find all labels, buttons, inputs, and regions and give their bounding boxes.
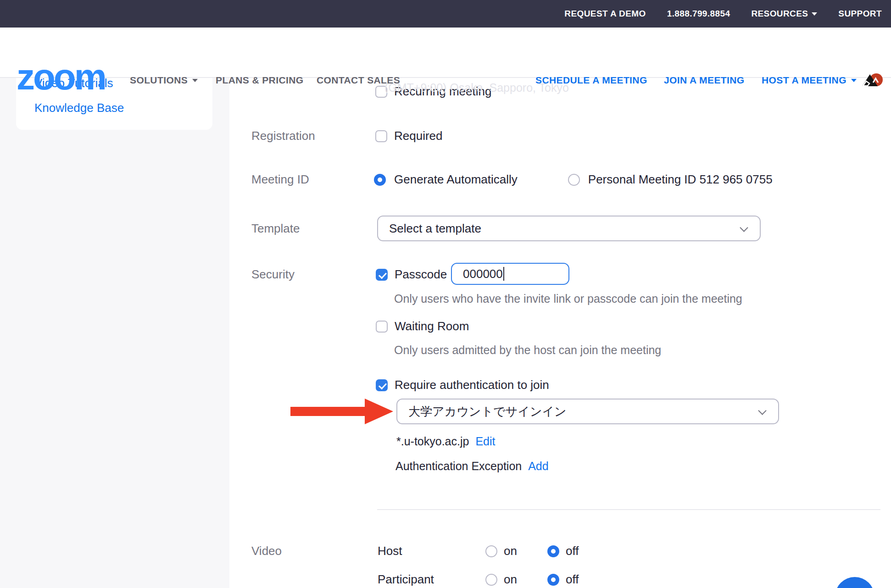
plans-pricing-label: PLANS & PRICING bbox=[216, 75, 304, 86]
profile-avatar[interactable] bbox=[861, 72, 883, 88]
registration-section-label: Registration bbox=[251, 129, 315, 143]
passcode-help-text: Only users who have the invite link or p… bbox=[394, 292, 742, 305]
template-select-value: Select a template bbox=[389, 222, 481, 236]
require-auth-label: Require authentication to join bbox=[395, 378, 549, 392]
video-host-radios: on off bbox=[485, 544, 579, 558]
mountain-logo-icon bbox=[861, 72, 883, 88]
video-participant-label: Participant bbox=[378, 572, 434, 587]
request-demo-link[interactable]: REQUEST A DEMO bbox=[564, 9, 646, 19]
nav-host-meeting[interactable]: HOST A MEETING bbox=[762, 75, 857, 86]
chevron-down-icon bbox=[851, 79, 857, 82]
waiting-room-row: Waiting Room bbox=[376, 319, 469, 333]
meeting-id-section-label: Meeting ID bbox=[251, 172, 309, 187]
zoom-schedule-meeting-page: REQUEST A DEMO 1.888.799.8854 RESOURCES … bbox=[0, 0, 891, 588]
help-chat-button[interactable] bbox=[835, 577, 874, 588]
zoom-logo[interactable]: zoom bbox=[17, 59, 105, 95]
section-divider bbox=[377, 509, 880, 510]
join-meeting-label: JOIN A MEETING bbox=[664, 75, 745, 86]
registration-required-label: Required bbox=[394, 129, 443, 143]
registration-required-checkbox[interactable] bbox=[375, 130, 387, 142]
video-host-label: Host bbox=[378, 544, 402, 558]
auth-exception-row: Authentication Exception Add bbox=[395, 460, 549, 473]
generate-automatically-label: Generate Automatically bbox=[394, 172, 518, 187]
chevron-down-icon bbox=[758, 406, 766, 415]
edit-domains-link[interactable]: Edit bbox=[475, 435, 495, 448]
host-video-on-radio[interactable] bbox=[485, 545, 497, 557]
main-navbar: (GMT+9:00) Osaka, Sapporo, Tokyo zoom SO… bbox=[0, 28, 891, 78]
waiting-room-help-text: Only users admitted by the host can join… bbox=[394, 344, 661, 357]
phone-number-link[interactable]: 1.888.799.8854 bbox=[667, 9, 730, 19]
top-utility-bar: REQUEST A DEMO 1.888.799.8854 RESOURCES … bbox=[0, 0, 891, 28]
auth-method-value: 大学アカウントでサインイン bbox=[408, 404, 567, 420]
meeting-id-row: Generate Automatically Personal Meeting … bbox=[374, 172, 773, 187]
nav-contact-sales[interactable]: CONTACT SALES bbox=[317, 75, 400, 86]
arrow-head bbox=[365, 399, 393, 424]
sidebar-background bbox=[0, 78, 229, 588]
passcode-value: 000000 bbox=[463, 267, 503, 281]
nav-schedule-meeting[interactable]: SCHEDULE A MEETING bbox=[535, 75, 647, 86]
schedule-meeting-label: SCHEDULE A MEETING bbox=[535, 75, 647, 86]
sidebar-link-knowledge-base[interactable]: Knowledge Base bbox=[34, 101, 124, 115]
nav-join-meeting[interactable]: JOIN A MEETING bbox=[664, 75, 745, 86]
chevron-down-icon bbox=[740, 223, 748, 232]
require-auth-checkbox[interactable] bbox=[376, 379, 388, 391]
video-section-label: Video bbox=[251, 544, 282, 558]
personal-meeting-id-radio[interactable] bbox=[568, 174, 580, 186]
passcode-row: Passcode bbox=[376, 267, 447, 282]
text-cursor bbox=[503, 267, 504, 281]
passcode-checkbox[interactable] bbox=[376, 269, 388, 281]
support-label: SUPPORT bbox=[838, 9, 882, 19]
host-meeting-label: HOST A MEETING bbox=[762, 75, 846, 86]
red-arrow-annotation bbox=[290, 399, 393, 424]
template-select[interactable]: Select a template bbox=[377, 216, 761, 241]
participant-video-on-label: on bbox=[504, 572, 517, 587]
chevron-down-icon bbox=[812, 12, 817, 16]
auth-domains-row: *.u-tokyo.ac.jp Edit bbox=[396, 435, 496, 448]
waiting-room-label: Waiting Room bbox=[395, 319, 469, 333]
video-participant-radios: on off bbox=[485, 572, 579, 587]
contact-sales-label: CONTACT SALES bbox=[317, 75, 400, 86]
passcode-label: Passcode bbox=[395, 267, 447, 282]
passcode-input[interactable]: 000000 bbox=[451, 263, 569, 285]
participant-video-on-radio[interactable] bbox=[485, 574, 497, 586]
resources-menu[interactable]: RESOURCES bbox=[751, 9, 817, 19]
auth-domains-value: *.u-tokyo.ac.jp bbox=[396, 435, 469, 448]
auth-exception-label: Authentication Exception bbox=[395, 460, 522, 473]
nav-solutions[interactable]: SOLUTIONS bbox=[130, 75, 198, 86]
nav-plans-pricing[interactable]: PLANS & PRICING bbox=[216, 75, 304, 86]
support-link[interactable]: SUPPORT bbox=[838, 9, 882, 19]
chevron-down-icon bbox=[192, 79, 198, 82]
participant-video-off-label: off bbox=[566, 572, 579, 587]
registration-row: Required bbox=[375, 129, 443, 143]
host-video-off-radio[interactable] bbox=[547, 545, 559, 557]
generate-automatically-radio[interactable] bbox=[374, 174, 386, 186]
waiting-room-checkbox[interactable] bbox=[376, 321, 388, 333]
personal-meeting-id-label: Personal Meeting ID 512 965 0755 bbox=[588, 172, 773, 187]
require-auth-row: Require authentication to join bbox=[376, 378, 549, 392]
arrow-shaft bbox=[290, 407, 366, 416]
auth-method-select[interactable]: 大学アカウントでサインイン bbox=[396, 399, 779, 424]
template-section-label: Template bbox=[251, 222, 300, 236]
phone-number-label: 1.888.799.8854 bbox=[667, 9, 730, 19]
host-video-on-label: on bbox=[504, 544, 517, 558]
participant-video-off-radio[interactable] bbox=[547, 574, 559, 586]
solutions-label: SOLUTIONS bbox=[130, 75, 188, 86]
add-exception-link[interactable]: Add bbox=[528, 460, 548, 473]
resources-label: RESOURCES bbox=[751, 9, 808, 19]
security-section-label: Security bbox=[251, 267, 295, 282]
request-demo-label: REQUEST A DEMO bbox=[564, 9, 646, 19]
host-video-off-label: off bbox=[566, 544, 579, 558]
